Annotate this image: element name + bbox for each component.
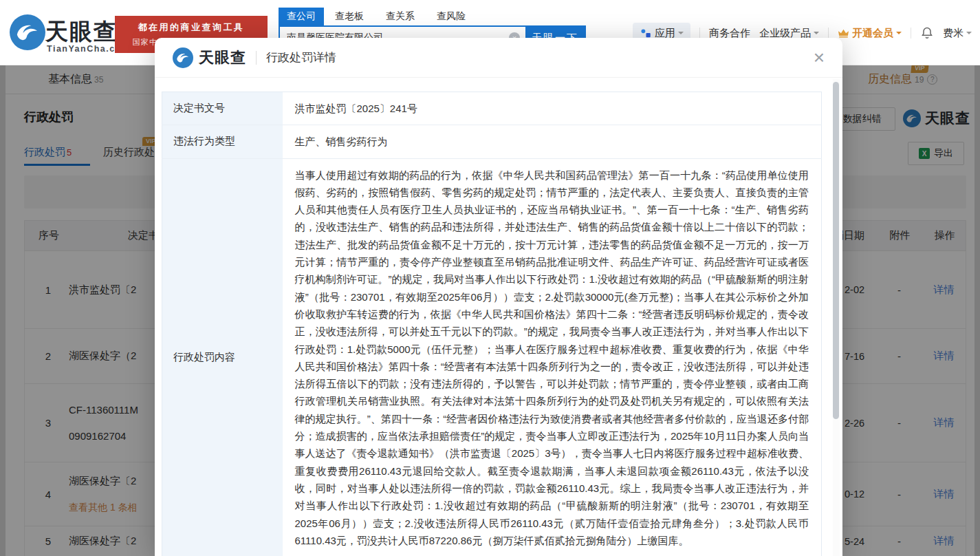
- modal-brand: 天眼查: [199, 47, 246, 68]
- notification-bell[interactable]: [920, 26, 934, 40]
- modal-body: 决定书文号 洪市监处罚〔2025〕241号 违法行为类型 生产、销售劣药行为 行…: [155, 78, 842, 556]
- search-tab-company[interactable]: 查公司: [279, 8, 324, 25]
- field-value: 当事人使用超过有效期的药品的行为，依据《中华人民共和国药品管理法》第一百一十九条…: [283, 158, 822, 556]
- detail-row-penalty-content: 行政处罚内容 当事人使用超过有效期的药品的行为，依据《中华人民共和国药品管理法》…: [162, 158, 822, 556]
- tianyancha-logo-icon: [173, 47, 193, 68]
- chevron-down-icon: [814, 32, 819, 37]
- modal-scrollbar-thumb[interactable]: [833, 82, 839, 419]
- chevron-down-icon: [678, 32, 684, 37]
- divider: [256, 51, 257, 65]
- tianyancha-logo-icon: [10, 14, 45, 50]
- search-tab-boss[interactable]: 查老板: [324, 8, 375, 25]
- username: 费米: [943, 27, 963, 40]
- divider: [699, 28, 700, 39]
- penalty-detail-table: 决定书文号 洪市监处罚〔2025〕241号 违法行为类型 生产、销售劣药行为 行…: [162, 92, 822, 556]
- field-label: 决定书文号: [162, 92, 283, 125]
- search-tab-relation[interactable]: 查关系: [375, 8, 426, 25]
- penalty-detail-modal: 天眼查 行政处罚详情 × 决定书文号 洪市监处罚〔2025〕241号 违法行为类…: [155, 38, 842, 556]
- divider: [911, 28, 911, 39]
- close-icon[interactable]: ×: [814, 48, 825, 67]
- divider: [828, 28, 829, 39]
- detail-row-violation-type: 违法行为类型 生产、销售劣药行为: [162, 125, 822, 158]
- chevron-down-icon: [966, 32, 972, 37]
- field-value: 洪市监处罚〔2025〕241号: [283, 92, 822, 125]
- search-tabs: 查公司 查老板 查关系 查风险: [279, 8, 477, 25]
- modal-header: 天眼查 行政处罚详情 ×: [155, 38, 842, 78]
- detail-row-doc-no: 决定书文号 洪市监处罚〔2025〕241号: [162, 92, 822, 125]
- bell-icon: [920, 26, 934, 40]
- field-label: 违法行为类型: [162, 125, 283, 158]
- crown-icon: [838, 28, 849, 39]
- nav-open-vip[interactable]: 开通会员: [838, 27, 902, 40]
- banner-line1: 都在用的商业查询工具: [115, 21, 268, 34]
- field-value: 生产、销售劣药行为: [283, 125, 822, 158]
- chevron-down-icon: [896, 32, 902, 37]
- modal-title: 行政处罚详情: [266, 50, 336, 65]
- tianyancha-logo[interactable]: [10, 14, 45, 50]
- search-tab-risk[interactable]: 查风险: [426, 8, 477, 25]
- field-label: 行政处罚内容: [162, 158, 283, 556]
- brand-name: 天眼查: [45, 17, 118, 47]
- user-menu[interactable]: 费米: [943, 27, 972, 40]
